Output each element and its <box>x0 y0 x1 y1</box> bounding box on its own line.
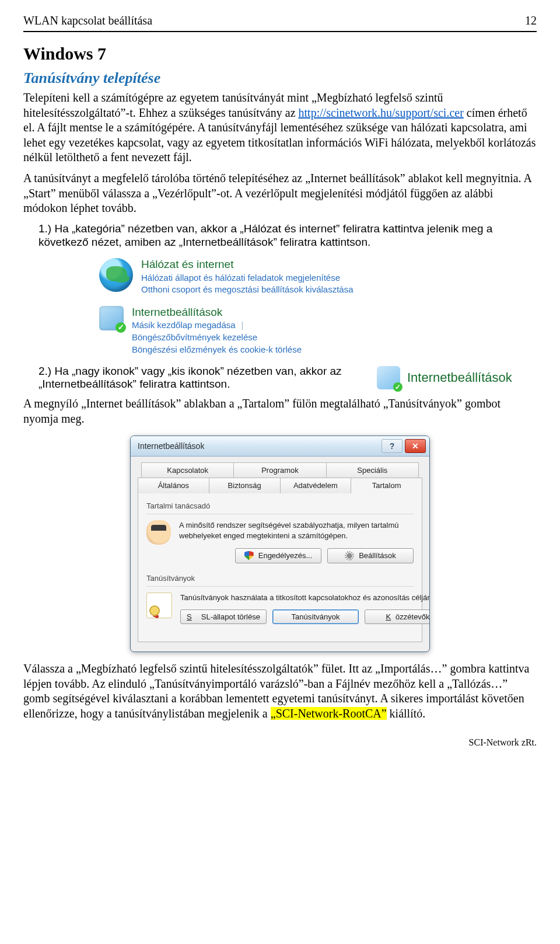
tab-panel-content: Tartalmi tanácsadó A minősítő rendszer s… <box>138 493 422 642</box>
enable-button[interactable]: Engedélyezés... <box>235 548 321 563</box>
page-header: WLAN kapcsolat beállítása 12 <box>23 14 537 27</box>
control-panel-category-mock: Hálózat és internet Hálózati állapot és … <box>91 253 382 361</box>
tab-security[interactable]: Biztonság <box>209 478 281 493</box>
heading-os: Windows 7 <box>23 44 537 64</box>
heading-section: Tanúsítvány telepítése <box>23 69 537 87</box>
paragraph-2: A tanúsítványt a megfelelő tárolóba tört… <box>23 171 537 216</box>
cp-link[interactable]: Böngészőbővítmények kezelése <box>132 332 257 342</box>
page-footer: SCI-Network zRt. <box>23 737 537 748</box>
globe-icon <box>99 258 133 292</box>
tab-content[interactable]: Tartalom <box>351 478 422 493</box>
list-item-2: 2.) Ha „nagy ikonok” vagy „kis ikonok” n… <box>38 365 537 391</box>
tab-privacy[interactable]: Adatvédelem <box>281 478 352 493</box>
group-certificates: Tanúsítványok Tanúsítványok használata a… <box>146 574 414 625</box>
paragraph-1: Telepíteni kell a számítógépre az egyete… <box>23 90 537 165</box>
tab-general[interactable]: Általános <box>138 478 209 493</box>
list-item-1: 1.) Ha „kategória” nézetben van, akkor a… <box>38 222 537 249</box>
settings-button[interactable]: Beállítások <box>327 548 414 563</box>
cert-link[interactable]: http://scinetwork.hu/support/sci.cer <box>299 106 464 119</box>
cp-link[interactable]: Böngészési előzmények és cookie-k törlés… <box>132 344 302 354</box>
certificates-button[interactable]: Tanúsítványok <box>272 609 359 624</box>
cp-link[interactable]: Másik kezdőlap megadása <box>132 320 236 330</box>
cp-network-heading[interactable]: Hálózat és internet <box>141 258 373 271</box>
internet-options-icon <box>377 366 400 389</box>
cp-internet-heading[interactable]: Internetbeállítások <box>132 306 373 319</box>
tab-advanced[interactable]: Speciális <box>327 462 419 478</box>
tab-connections[interactable]: Kapcsolatok <box>141 462 234 478</box>
gear-icon <box>345 551 354 560</box>
dialog-titlebar[interactable]: Internetbeállítások ? ✕ <box>131 436 429 457</box>
tab-programs[interactable]: Programok <box>234 462 326 478</box>
advisor-icon <box>146 520 171 545</box>
tabs-row-2: Általános Biztonság Adatvédelem Tartalom <box>138 478 422 493</box>
page-number: 12 <box>525 14 537 27</box>
cp-network-sub-1[interactable]: Hálózati állapot és hálózati feladatok m… <box>141 272 373 284</box>
group-title: Tanúsítványok <box>146 574 414 583</box>
paragraph-4: Válassza a „Megbízható legfelső szintű h… <box>23 661 537 721</box>
header-rule <box>23 31 537 32</box>
header-title: WLAN kapcsolat beállítása <box>23 14 152 27</box>
certificate-icon <box>146 593 172 618</box>
internet-options-chip[interactable]: Internetbeállítások <box>377 366 512 389</box>
help-button[interactable]: ? <box>382 439 402 453</box>
highlight-rootca: „SCI-Network-RootCA” <box>271 707 387 720</box>
internet-options-icon <box>99 306 124 330</box>
group-desc: Tanúsítványok használata a titkosított k… <box>180 593 430 603</box>
internet-options-dialog: Internetbeállítások ? ✕ Kapcsolatok Prog… <box>130 436 430 652</box>
clear-ssl-button[interactable]: SSL-állapot törlése <box>180 609 267 624</box>
publishers-button[interactable]: Közzétevők <box>365 609 430 624</box>
shield-icon <box>244 551 254 560</box>
close-button[interactable]: ✕ <box>405 439 426 453</box>
group-desc: A minősítő rendszer segítségével szabály… <box>179 520 414 541</box>
dialog-title: Internetbeállítások <box>138 441 204 451</box>
internet-options-chip-label: Internetbeállítások <box>407 370 512 385</box>
paragraph-3: A megnyíló „Internet beállítások” ablakb… <box>23 396 537 426</box>
cp-network-sub-2[interactable]: Otthoni csoport és megosztási beállításo… <box>141 284 373 295</box>
group-title: Tartalmi tanácsadó <box>146 501 414 510</box>
tabs-row-1: Kapcsolatok Programok Speciális <box>141 462 419 478</box>
group-content-advisor: Tartalmi tanácsadó A minősítő rendszer s… <box>146 501 414 563</box>
